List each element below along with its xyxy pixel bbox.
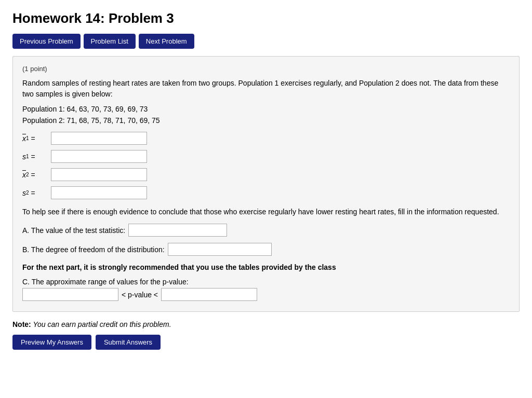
x1-label: x1 = (22, 134, 51, 143)
prev-problem-button[interactable]: Previous Problem (12, 34, 81, 49)
s2-input[interactable] (51, 186, 147, 199)
bold-notice: For the next part, it is strongly recomm… (22, 263, 510, 271)
problem-list-button[interactable]: Problem List (84, 34, 136, 49)
s1-input[interactable] (51, 150, 147, 163)
nav-buttons: Previous Problem Problem List Next Probl… (12, 34, 520, 49)
s2-row: s2 = (22, 186, 510, 199)
pop1-data: Population 1: 64, 63, 70, 73, 69, 69, 73 (22, 105, 510, 113)
note-text: You can earn partial credit on this prob… (31, 320, 171, 328)
submit-answers-button[interactable]: Submit Answers (96, 335, 161, 350)
s1-row: s1 = (22, 150, 510, 163)
problem-box: (1 point) Random samples of resting hear… (12, 56, 520, 312)
s2-label: s2 = (22, 189, 51, 197)
note-prefix: Note: (12, 320, 31, 328)
x2-label: x2 = (22, 171, 51, 179)
degree-freedom-input[interactable] (168, 243, 272, 256)
points-label: (1 point) (22, 65, 510, 73)
bottom-buttons: Preview My Answers Submit Answers (12, 335, 520, 350)
note-section: Note: You can earn partial credit on thi… (12, 320, 520, 328)
x2-row: x2 = (22, 168, 510, 181)
question-c-block: C. The approximate range of values for t… (22, 278, 510, 301)
question-b-label: B. The degree of freedom of the distribu… (22, 245, 165, 254)
fields-section: x1 = s1 = x2 = s2 = (22, 132, 510, 199)
question-c-label: C. The approximate range of values for t… (22, 278, 507, 286)
problem-description: Random samples of resting heart rates ar… (22, 78, 510, 100)
pvalue-upper-input[interactable] (161, 288, 257, 301)
next-problem-button[interactable]: Next Problem (139, 34, 194, 49)
pvalue-lower-input[interactable] (22, 288, 118, 301)
pvalue-row: < p-value < (22, 288, 510, 301)
question-a-label: A. The value of the test statistic: (22, 226, 125, 235)
page-title: Homework 14: Problem 3 (12, 10, 520, 26)
hint-text: To help see if there is enough evidence … (22, 207, 510, 217)
x2-input[interactable] (51, 168, 147, 181)
question-a-row: A. The value of the test statistic: (22, 224, 510, 237)
test-statistic-input[interactable] (128, 224, 227, 237)
pop2-data: Population 2: 71, 68, 75, 78, 71, 70, 69… (22, 116, 510, 125)
preview-answers-button[interactable]: Preview My Answers (12, 335, 91, 350)
pvalue-separator: < p-value < (122, 291, 158, 299)
x1-row: x1 = (22, 132, 510, 145)
question-b-row: B. The degree of freedom of the distribu… (22, 243, 510, 256)
x1-input[interactable] (51, 132, 147, 145)
s1-label: s1 = (22, 153, 51, 161)
